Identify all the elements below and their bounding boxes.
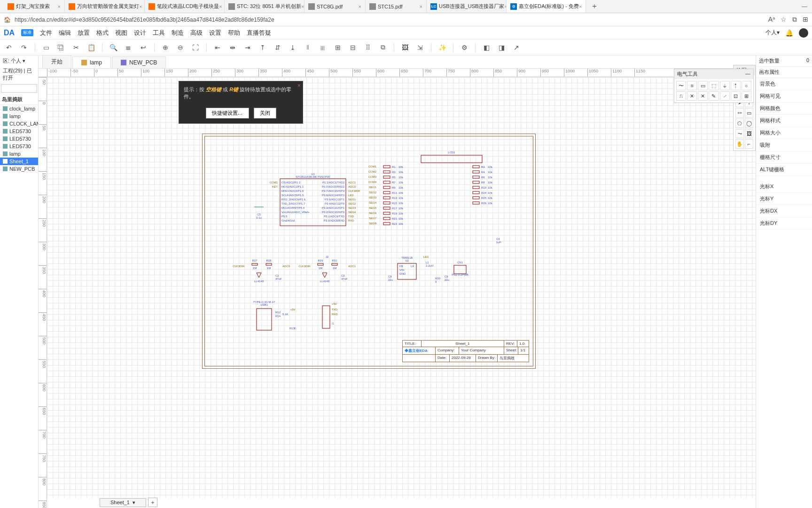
layer2-button[interactable]: ◨	[497, 43, 506, 52]
copy-button[interactable]: ⿻	[57, 43, 65, 52]
prop-bg[interactable]: 背景色	[756, 78, 812, 90]
tree-item[interactable]: clock_lamp	[0, 105, 38, 112]
project-count[interactable]: 工程(29) | 已打开	[3, 67, 35, 81]
menu-place[interactable]: 放置	[78, 29, 90, 37]
notifications-icon[interactable]: 🔔	[785, 29, 793, 37]
url-field[interactable]: https://lceda.cn/editor#id=e3d850c956264…	[15, 16, 765, 23]
tree-item[interactable]: lamp	[0, 150, 38, 158]
poly-tool[interactable]: ⬠	[735, 119, 744, 128]
canvas-props-tab[interactable]: 画布属性	[759, 69, 780, 76]
tree-item-selected[interactable]: Sheet_1	[0, 158, 38, 165]
gnd-tool[interactable]: ⏚	[720, 81, 730, 90]
tree-item[interactable]: LED5730	[0, 127, 38, 135]
pen-tool[interactable]: ✎	[709, 91, 718, 101]
pan-tool[interactable]: ✋	[735, 139, 744, 149]
menu-fabricate[interactable]: 制造	[172, 29, 184, 37]
close-icon[interactable]: ×	[579, 4, 582, 9]
close-icon[interactable]: ×	[219, 4, 222, 9]
browser-tab[interactable]: LCUSB连接器_USB连接器厂家×	[427, 0, 507, 13]
collections-icon[interactable]: ⧉	[792, 16, 797, 24]
misc2-tool[interactable]: ⊞	[742, 91, 751, 101]
close-icon[interactable]: ×	[58, 4, 61, 9]
misc-tool[interactable]: ⊡	[731, 91, 741, 101]
read-aloud-icon[interactable]: Aᵃ	[768, 16, 775, 24]
chevron-down-icon[interactable]: ▾	[133, 500, 135, 506]
favorite-icon[interactable]: ☆	[781, 16, 787, 24]
export-button[interactable]: ⇲	[416, 43, 424, 52]
menu-view[interactable]: 视图	[115, 29, 127, 37]
prop-snap-size[interactable]: 栅格尺寸	[756, 151, 812, 164]
image-button[interactable]: 🖼	[401, 43, 409, 52]
prop-grid-color[interactable]: 网格颜色	[756, 103, 812, 115]
zoom-in-button[interactable]: ⊕	[161, 43, 170, 52]
tree-item[interactable]: lamp	[0, 112, 38, 120]
menu-design[interactable]: 设计	[134, 29, 146, 37]
browser-tab[interactable]: STC8G.pdf×	[304, 0, 366, 13]
paste-button[interactable]: 📋	[87, 43, 95, 52]
ellipse-tool[interactable]: ◯	[745, 119, 753, 128]
share-button[interactable]: ↗	[512, 43, 521, 52]
align-center-button[interactable]: ⇹	[228, 43, 237, 52]
netlabel-tool[interactable]: ▭	[698, 81, 708, 90]
new-tab-button[interactable]: ＋	[586, 1, 603, 11]
align-mid-button[interactable]: ⇵	[273, 43, 282, 52]
redo-button[interactable]: ↷	[20, 43, 28, 52]
scope-selector[interactable]: 区: 个人 ▾	[3, 57, 25, 64]
project-folder[interactable]: 岛里捣鼓	[0, 95, 38, 105]
filter-button[interactable]: ≣	[124, 43, 133, 52]
close-icon[interactable]: ×	[420, 4, 422, 9]
undo2-button[interactable]: ↩	[139, 43, 148, 52]
menu-file[interactable]: 文件	[40, 29, 52, 37]
junction-tool[interactable]: ⎍	[676, 91, 686, 101]
site-info-icon[interactable]: 🏠	[4, 16, 11, 23]
minimize-icon[interactable]: —	[745, 71, 750, 78]
add-sheet-button[interactable]: ＋	[148, 498, 157, 507]
probe-tool[interactable]: ⟋	[720, 91, 730, 101]
snap-button[interactable]: ⊟	[349, 43, 357, 52]
busentry-tool[interactable]: ✕	[687, 91, 697, 101]
align-top-button[interactable]: ⤒	[258, 43, 267, 52]
menu-help[interactable]: 帮助	[228, 29, 240, 37]
rect-tool[interactable]: ▭	[745, 108, 753, 118]
browser-tab-active[interactable]: ⊙嘉立创EDA(标准版) - 免费×	[507, 0, 586, 13]
zoom-fit-button[interactable]: ⛶	[191, 43, 200, 52]
shortcut-settings-button[interactable]: 快捷键设置…	[206, 108, 249, 119]
config-button[interactable]: ⚙	[460, 43, 468, 52]
align-right-button[interactable]: ⇥	[243, 43, 252, 52]
grid-button[interactable]: ⊞	[334, 43, 342, 52]
distrib-v-button[interactable]: ⫼	[319, 43, 327, 52]
origin-tool[interactable]: ⌐	[745, 139, 753, 149]
avatar[interactable]	[799, 28, 808, 38]
browser-tab[interactable]: STC: 32位 8051 单片机创新×	[225, 0, 304, 13]
wire-tool[interactable]: 〜	[676, 81, 686, 90]
browser-tab[interactable]: 万向软管鹅颈管金属支架灯×	[65, 0, 145, 13]
distrib-h-button[interactable]: ⫴	[304, 43, 312, 52]
electrical-tools-panel[interactable]: 电气工具— 〜 ≡ ▭ ⬚ ⏚ ⭫ ⟐ ⎍ ✕ ✕ ✎ ⟋ ⊡ ⊞	[674, 69, 754, 103]
layer1-button[interactable]: ◧	[482, 43, 491, 52]
magic-button[interactable]: ✨	[438, 43, 446, 52]
tree-item[interactable]: LED5730	[0, 135, 38, 143]
menu-tools[interactable]: 工具	[153, 29, 165, 37]
close-icon[interactable]: ×	[139, 4, 142, 9]
prop-snap[interactable]: 吸附	[756, 139, 812, 151]
workspace-switch[interactable]: 个人▾	[765, 29, 780, 37]
align-left-button[interactable]: ⇤	[213, 43, 222, 52]
zoom-out-button[interactable]: ⊖	[176, 43, 185, 52]
popup-close-button[interactable]: 关闭	[254, 108, 276, 119]
image-tool[interactable]: 🖼	[745, 129, 753, 138]
tree-item[interactable]: NEW_PCB	[0, 165, 38, 173]
menu-live[interactable]: 直播答疑	[247, 29, 271, 37]
canvas-area[interactable]: -100-50050100150200250300350400450500550…	[39, 69, 756, 508]
project-search[interactable]	[1, 84, 37, 93]
align-bot-button[interactable]: ⤓	[289, 43, 297, 52]
doc-tab-newpcb[interactable]: NEW_PCB	[112, 56, 166, 68]
prop-grid-visible[interactable]: 网格可见	[756, 90, 812, 103]
prop-grid-style[interactable]: 网格样式	[756, 115, 812, 127]
cut-button[interactable]: ✂	[72, 43, 80, 52]
array-button[interactable]: ⠿	[364, 43, 372, 52]
group-button[interactable]: ⧉	[379, 43, 387, 52]
prop-alt-grid[interactable]: ALT键栅格	[756, 164, 812, 176]
browser-tab[interactable]: STC15.pdf×	[366, 0, 427, 13]
x-tool[interactable]: ✕	[698, 91, 708, 101]
bus-tool[interactable]: ≡	[687, 81, 697, 90]
